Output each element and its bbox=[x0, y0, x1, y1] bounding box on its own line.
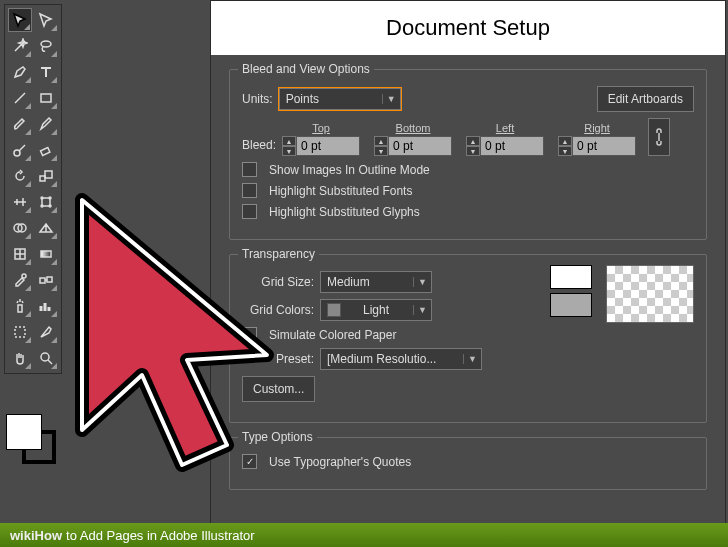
chk-simulate-paper[interactable] bbox=[242, 327, 257, 342]
document-setup-dialog: Document Setup Bleed and View Options Un… bbox=[210, 0, 726, 547]
bleed-top-field[interactable]: ▲▼ bbox=[282, 136, 360, 156]
tool-artboard[interactable] bbox=[8, 320, 32, 344]
lbl-hl-fonts: Highlight Substituted Fonts bbox=[269, 184, 412, 198]
lbl-typographers-quotes: Use Typographer's Quotes bbox=[269, 455, 411, 469]
svg-point-20 bbox=[41, 353, 49, 361]
group-title-bleed: Bleed and View Options bbox=[238, 62, 374, 76]
grid-color-dark-swatch[interactable] bbox=[550, 293, 592, 317]
tool-gradient[interactable] bbox=[34, 242, 58, 266]
svg-rect-16 bbox=[40, 278, 45, 283]
bleed-bottom-field[interactable]: ▲▼ bbox=[374, 136, 452, 156]
bleed-right-label: Right bbox=[584, 122, 610, 134]
grid-colors-select[interactable]: Light▼ bbox=[320, 299, 432, 321]
tool-pencil[interactable] bbox=[34, 112, 58, 136]
units-value: Points bbox=[286, 92, 319, 106]
svg-rect-3 bbox=[41, 147, 50, 155]
tool-width[interactable] bbox=[8, 190, 32, 214]
svg-rect-19 bbox=[15, 327, 25, 337]
svg-point-8 bbox=[49, 197, 51, 199]
svg-point-10 bbox=[49, 205, 51, 207]
grid-colors-label: Grid Colors: bbox=[242, 303, 314, 317]
dropdown-icon: ▼ bbox=[413, 305, 427, 315]
svg-rect-5 bbox=[45, 171, 52, 178]
bleed-left-input[interactable] bbox=[480, 136, 544, 156]
tool-magic-wand[interactable] bbox=[8, 34, 32, 58]
color-swatch-icon bbox=[327, 303, 341, 317]
fill-stroke-swatches[interactable] bbox=[4, 412, 58, 472]
grid-colors-value: Light bbox=[363, 303, 389, 317]
chk-show-images[interactable] bbox=[242, 162, 257, 177]
dropdown-icon: ▼ bbox=[382, 94, 396, 104]
chk-hl-fonts[interactable] bbox=[242, 183, 257, 198]
svg-rect-14 bbox=[41, 251, 51, 257]
tool-free-transform[interactable] bbox=[34, 190, 58, 214]
lbl-simulate-paper: Simulate Colored Paper bbox=[269, 328, 396, 342]
tool-graph[interactable] bbox=[34, 294, 58, 318]
tool-perspective[interactable] bbox=[34, 216, 58, 240]
tool-eyedropper[interactable] bbox=[8, 268, 32, 292]
tool-rotate[interactable] bbox=[8, 164, 32, 188]
svg-point-7 bbox=[41, 197, 43, 199]
grid-size-select[interactable]: Medium▼ bbox=[320, 271, 432, 293]
dropdown-icon: ▼ bbox=[463, 354, 477, 364]
tool-slice[interactable] bbox=[34, 320, 58, 344]
wikihow-footer: wikiHow to Add Pages in Adobe Illustrato… bbox=[0, 523, 728, 547]
units-label: Units: bbox=[242, 92, 273, 106]
preset-select[interactable]: [Medium Resolutio...▼ bbox=[320, 348, 482, 370]
footer-text: to Add Pages in Adobe Illustrator bbox=[66, 528, 255, 543]
tool-direct-selection[interactable] bbox=[34, 8, 58, 32]
dialog-title: Document Setup bbox=[211, 1, 725, 55]
chk-hl-glyphs[interactable] bbox=[242, 204, 257, 219]
grid-size-value: Medium bbox=[327, 275, 370, 289]
footer-brand: wikiHow bbox=[10, 528, 62, 543]
tool-scale[interactable] bbox=[34, 164, 58, 188]
bleed-bottom-input[interactable] bbox=[388, 136, 452, 156]
svg-point-15 bbox=[22, 274, 26, 278]
custom-button[interactable]: Custom... bbox=[242, 376, 315, 402]
bleed-top-label: Top bbox=[312, 122, 330, 134]
svg-rect-17 bbox=[47, 277, 52, 282]
bleed-top-input[interactable] bbox=[296, 136, 360, 156]
edit-artboards-button[interactable]: Edit Artboards bbox=[597, 86, 694, 112]
transparency-preview bbox=[606, 265, 694, 323]
tool-selection[interactable] bbox=[8, 8, 32, 32]
tool-rectangle[interactable] bbox=[34, 86, 58, 110]
tool-hand[interactable] bbox=[8, 346, 32, 370]
svg-rect-18 bbox=[18, 305, 22, 312]
preset-value: [Medium Resolutio... bbox=[327, 352, 436, 366]
dropdown-icon: ▼ bbox=[413, 277, 427, 287]
bleed-bottom-label: Bottom bbox=[396, 122, 431, 134]
bleed-label: Bleed: bbox=[242, 138, 276, 152]
group-bleed-view: Bleed and View Options Units: Points ▼ E… bbox=[229, 69, 707, 240]
units-select[interactable]: Points ▼ bbox=[279, 88, 401, 110]
tool-pen[interactable] bbox=[8, 60, 32, 84]
chk-typographers-quotes[interactable]: ✓ bbox=[242, 454, 257, 469]
grid-color-light-swatch[interactable] bbox=[550, 265, 592, 289]
link-bleed-icon[interactable] bbox=[648, 118, 670, 156]
tool-mesh[interactable] bbox=[8, 242, 32, 266]
fill-swatch[interactable] bbox=[6, 414, 42, 450]
tool-type[interactable] bbox=[34, 60, 58, 84]
group-title-type: Type Options bbox=[238, 430, 317, 444]
grid-size-label: Grid Size: bbox=[242, 275, 314, 289]
tool-blend[interactable] bbox=[34, 268, 58, 292]
tool-zoom[interactable] bbox=[34, 346, 58, 370]
group-title-trans: Transparency bbox=[238, 247, 319, 261]
bleed-right-input[interactable] bbox=[572, 136, 636, 156]
svg-point-0 bbox=[41, 41, 51, 47]
tool-blob-brush[interactable] bbox=[8, 138, 32, 162]
tool-shape-builder[interactable] bbox=[8, 216, 32, 240]
tool-lasso[interactable] bbox=[34, 34, 58, 58]
tool-eraser[interactable] bbox=[34, 138, 58, 162]
bleed-left-field[interactable]: ▲▼ bbox=[466, 136, 544, 156]
tool-symbol-sprayer[interactable] bbox=[8, 294, 32, 318]
lbl-hl-glyphs: Highlight Substituted Glyphs bbox=[269, 205, 420, 219]
bleed-right-field[interactable]: ▲▼ bbox=[558, 136, 636, 156]
lbl-show-images: Show Images In Outline Mode bbox=[269, 163, 430, 177]
tools-panel bbox=[4, 4, 62, 374]
tool-brush[interactable] bbox=[8, 112, 32, 136]
bleed-left-label: Left bbox=[496, 122, 514, 134]
tool-line[interactable] bbox=[8, 86, 32, 110]
preset-label: Preset: bbox=[242, 352, 314, 366]
group-transparency: Transparency Grid Size: Medium▼ Grid Col… bbox=[229, 254, 707, 423]
